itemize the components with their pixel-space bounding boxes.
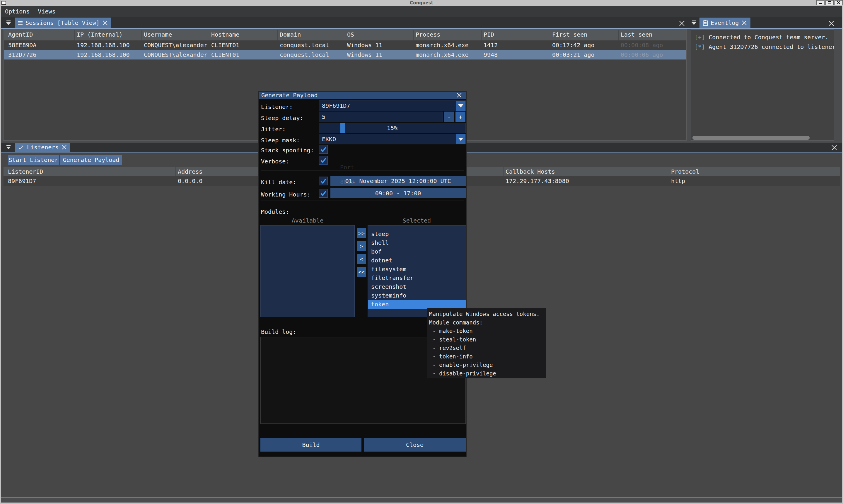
checkmark-icon [320, 146, 327, 153]
tab-eventlog[interactable]: Eventlog [699, 18, 750, 28]
start-listener-button[interactable]: Start Listener [8, 155, 59, 165]
col-hostname[interactable]: Hostname [211, 31, 239, 38]
col-protocol[interactable]: Protocol [671, 168, 699, 175]
sessions-tab-close-icon[interactable] [103, 20, 108, 25]
horizontal-scrollbar[interactable] [693, 136, 810, 140]
col-listenerid[interactable]: ListenerID [8, 168, 43, 175]
sessions-table-header[interactable]: AgentID IP (Internal) Username Hostname … [4, 30, 686, 40]
module-tooltip: Manipulate Windows access tokens. Module… [427, 308, 546, 378]
working-hours-input[interactable]: 09:00 - 17:00 [330, 188, 466, 198]
move-all-right-button[interactable]: >> [357, 228, 366, 238]
cell-callback-hosts: 172.29.177.43:8080 [506, 178, 569, 184]
increment-button[interactable]: + [455, 112, 465, 122]
module-item-filetransfer[interactable]: filetransfer [368, 273, 466, 282]
dropdown-button[interactable] [456, 101, 465, 111]
col-os[interactable]: OS [347, 31, 354, 38]
module-item-systeminfo[interactable]: systeminfo [368, 291, 466, 300]
module-item-sleep[interactable]: sleep [368, 230, 466, 238]
slider-handle[interactable] [340, 123, 345, 133]
col-domain[interactable]: Domain [280, 31, 301, 38]
col-pid[interactable]: PID [484, 31, 494, 38]
stack-spoofing-checkbox[interactable] [319, 145, 328, 154]
tab-sessions[interactable]: Sessions [Table View] [15, 18, 111, 28]
col-first-seen[interactable]: First seen [552, 31, 587, 38]
dialog-close-icon[interactable] [456, 92, 462, 98]
tab-listeners[interactable]: Listeners [15, 143, 70, 152]
working-hours-value: 09:00 - 17:00 [375, 190, 421, 197]
info-prefix: [*] [695, 43, 705, 50]
module-item-shell[interactable]: shell [368, 238, 466, 247]
sleep-mask-select[interactable]: EKKO [319, 134, 466, 144]
maximize-icon [828, 1, 831, 4]
listeners-tab-close-icon[interactable] [61, 145, 67, 150]
session-row-1[interactable]: 58EE89DA 192.168.168.100 CONQUEST\alexan… [4, 40, 686, 50]
eventlog-panel: [+] Connected to Conquest team server. [… [691, 29, 834, 141]
module-item-filesystem[interactable]: filesystem [368, 265, 466, 273]
dialog-title-bar[interactable]: Generate Payload [259, 92, 466, 99]
listener-select[interactable]: 89F691D7 [319, 101, 466, 111]
module-item-dotnet[interactable]: dotnet [368, 256, 466, 265]
menu-views[interactable]: Views [34, 6, 59, 17]
sleep-delay-label: Sleep delay: [261, 114, 303, 122]
move-right-button[interactable]: > [357, 241, 366, 251]
cell-username: CONQUEST\alexander [144, 41, 208, 49]
jitter-slider[interactable]: 15% [319, 123, 466, 133]
maximize-button[interactable] [825, 0, 833, 5]
close-button[interactable]: Close [364, 438, 466, 452]
decrement-button[interactable]: - [444, 112, 454, 122]
menu-options[interactable]: Options [1, 6, 34, 17]
separator [261, 170, 464, 170]
sessions-dock-button[interactable] [5, 18, 12, 27]
selected-modules-list[interactable]: sleep shell bof dotnet filesystem filetr… [367, 225, 466, 317]
sleep-mask-label: Sleep mask: [261, 137, 300, 144]
cell-domain: conquest.local [280, 51, 329, 58]
module-item-screenshot[interactable]: screenshot [368, 282, 466, 291]
cell-hostname: CLIENT01 [211, 41, 239, 49]
sleep-delay-input[interactable]: 5 [319, 112, 443, 122]
col-ip[interactable]: IP (Internal) [77, 31, 123, 38]
generate-payload-button[interactable]: Generate Payload [60, 155, 122, 165]
listeners-dock-button[interactable] [5, 143, 12, 151]
cell-process: monarch.x64.exe [416, 41, 469, 49]
session-row-2-selected[interactable]: 312D7726 192.168.168.100 CONQUEST\alexan… [4, 50, 686, 60]
kill-date-label: Kill date: [261, 179, 296, 186]
success-prefix: [+] [695, 34, 705, 41]
eventlog-tab-close-icon[interactable] [742, 20, 747, 25]
close-window-button[interactable] [835, 0, 843, 5]
col-address[interactable]: Address [178, 168, 202, 175]
sessions-panel-close-icon[interactable] [679, 20, 685, 26]
kill-date-checkbox[interactable] [319, 177, 328, 185]
minimize-button[interactable] [817, 0, 825, 5]
dropdown-button[interactable] [456, 134, 465, 144]
app-window: Conquest Options Views Sessions [Table V… [0, 0, 843, 504]
eventlog-dock-button[interactable] [690, 18, 698, 27]
available-modules-list[interactable] [261, 225, 355, 317]
tooltip-line: - make-token [429, 327, 546, 335]
cell-pid: 9948 [484, 51, 498, 58]
col-username[interactable]: Username [144, 31, 172, 38]
kill-date-value: 01. November 2025 12:00:00 UTC [345, 178, 451, 184]
verbose-checkbox[interactable] [319, 156, 328, 165]
col-agentid[interactable]: AgentID [8, 31, 33, 38]
move-all-left-button[interactable]: << [357, 267, 366, 277]
menu-bar: Options Views [1, 6, 842, 17]
move-left-button[interactable]: < [357, 254, 366, 264]
cell-os: Windows 11 [347, 41, 382, 49]
col-callback-hosts[interactable]: Callback Hosts [506, 168, 555, 175]
listeners-panel-close-icon[interactable] [831, 145, 837, 150]
col-process[interactable]: Process [416, 31, 440, 38]
module-item-bof[interactable]: bof [368, 247, 466, 256]
cell-ip: 192.168.168.100 [77, 51, 130, 58]
build-button[interactable]: Build [261, 438, 361, 452]
cell-last-seen: 00:00:06 ago [621, 51, 663, 58]
eventlog-panel-close-icon[interactable] [828, 20, 834, 26]
separator [261, 431, 464, 431]
module-item-token-selected[interactable]: token [368, 300, 466, 309]
listeners-tab-label: Listeners [27, 144, 58, 151]
working-hours-label: Working Hours: [261, 191, 310, 198]
sleep-mask-value: EKKO [319, 136, 336, 143]
window-menu-icon[interactable] [1, 1, 6, 5]
working-hours-checkbox[interactable] [319, 189, 328, 198]
col-last-seen[interactable]: Last seen [621, 31, 652, 38]
cell-first-seen: 00:17:42 ago [552, 41, 595, 49]
